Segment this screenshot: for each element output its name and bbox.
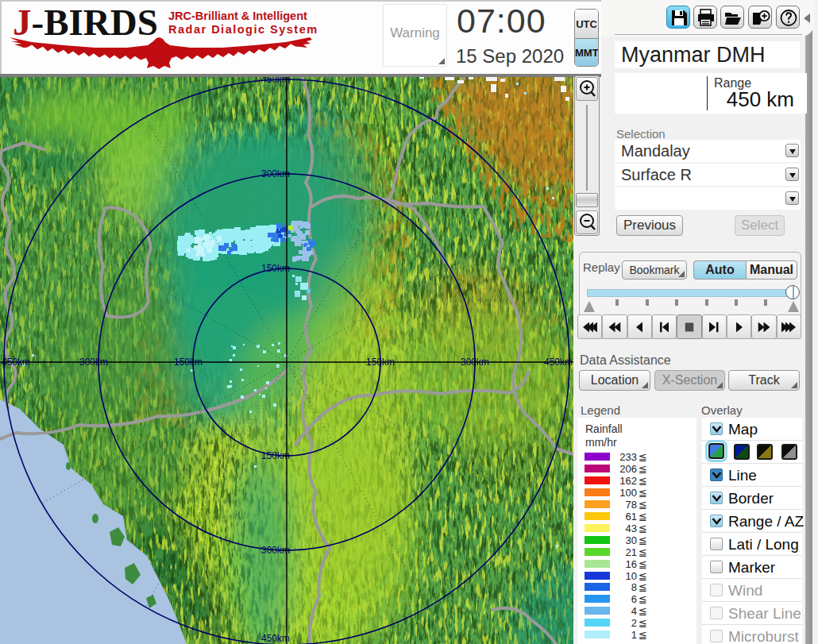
svg-text:150km: 150km	[261, 450, 290, 461]
svg-text:300km: 300km	[261, 168, 290, 179]
svg-text:300km: 300km	[261, 545, 290, 556]
svg-text:450km: 450km	[261, 633, 290, 644]
svg-text:300km: 300km	[461, 357, 489, 368]
svg-text:450km: 450km	[2, 357, 30, 368]
svg-text:J-BIRDS: J-BIRDS	[13, 2, 158, 43]
svg-text:150km: 150km	[261, 263, 290, 274]
svg-text:450km: 450km	[544, 357, 573, 368]
svg-text:300km: 300km	[79, 357, 108, 368]
svg-text:150km: 150km	[174, 357, 203, 368]
svg-text:450km: 450km	[261, 76, 290, 85]
svg-text:150km: 150km	[366, 357, 395, 368]
svg-text:JRC-Brilliant & Intelligent: JRC-Brilliant & Intelligent	[168, 10, 307, 22]
svg-text:Radar Dialogic System: Radar Dialogic System	[168, 23, 318, 36]
